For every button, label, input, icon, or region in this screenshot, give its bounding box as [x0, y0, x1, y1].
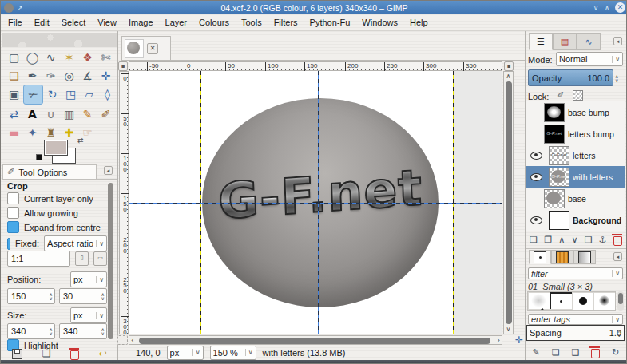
hscroll-thumb[interactable]	[139, 338, 490, 344]
new-layer-icon[interactable]: ❏	[530, 235, 538, 245]
edit-brush-icon[interactable]: ✎	[532, 347, 539, 358]
brush-small-selected[interactable]	[550, 292, 574, 311]
zoom-dropdown[interactable]: 150 % ∨	[210, 346, 256, 360]
aspect-ratio-input[interactable]: 1:1	[7, 251, 70, 267]
menu-windows[interactable]: Windows	[362, 18, 398, 27]
menu-tools[interactable]: Tools	[241, 18, 262, 27]
brush-calligraphy[interactable]	[528, 309, 551, 311]
spin-down-icon[interactable]: ∨	[101, 331, 105, 335]
spacing-spinner[interactable]: ∧ ∨	[617, 326, 621, 340]
tab-patterns[interactable]	[551, 250, 573, 264]
vscroll-thumb[interactable]	[506, 81, 512, 324]
flip-tool-icon[interactable]: ⇄	[5, 105, 23, 123]
heal-tool-icon[interactable]: ✚	[60, 123, 78, 141]
canvas-vscrollbar[interactable]: ∧ ∨	[503, 71, 514, 334]
menu-file[interactable]: File	[8, 18, 22, 27]
image-tab[interactable]: ✕	[121, 36, 171, 60]
visibility-eye-icon[interactable]	[530, 173, 542, 181]
zoom-tool-icon[interactable]: ◎	[60, 66, 78, 85]
opacity-spinner[interactable]: ∧ ∨	[615, 71, 618, 85]
bucket-fill-tool-icon[interactable]: ∪	[42, 105, 60, 123]
position-y-input[interactable]: 30 ∧∨	[59, 288, 107, 304]
brush-tags-input[interactable]: enter tags ∨	[528, 314, 623, 325]
text-tool-icon[interactable]: A	[23, 105, 42, 123]
select-by-colour-tool-icon[interactable]: ❖	[78, 48, 97, 66]
lower-layer-icon[interactable]: ∨	[571, 235, 577, 245]
unit-dropdown[interactable]: px ∨	[167, 346, 204, 360]
new-brush-icon[interactable]: ❏	[552, 347, 560, 358]
menu-layer[interactable]: Layer	[165, 18, 188, 27]
canvas-viewport[interactable]: G-F.net	[129, 71, 502, 334]
fixed-checkbox[interactable]	[7, 238, 10, 250]
zoom-image-button[interactable]: ▪	[504, 61, 514, 71]
position-unit-dropdown[interactable]: px ∨	[70, 271, 107, 287]
restore-tool-preset-icon[interactable]: ❏	[42, 348, 51, 359]
rotate-tool-icon[interactable]: ↻	[43, 85, 62, 103]
refresh-brushes-icon[interactable]: ↻	[612, 347, 619, 358]
landscape-orientation-button[interactable]: ▭	[93, 251, 107, 266]
menu-select[interactable]: Select	[62, 18, 86, 27]
spin-down-icon[interactable]: ∨	[101, 296, 105, 300]
minimize-button[interactable]: ∨	[590, 4, 601, 12]
canvas-hscrollbar[interactable]: ‹ ›	[129, 335, 502, 345]
lock-alpha-icon[interactable]	[573, 90, 583, 101]
size-unit-dropdown[interactable]: px ∨	[70, 307, 107, 323]
foreground-select-tool-icon[interactable]: ❏	[5, 66, 23, 85]
duplicate-layer-icon[interactable]: ❑	[585, 235, 593, 245]
layer-row-letters-bump[interactable]: G-F.net letters bump	[526, 123, 625, 145]
lock-paint-icon[interactable]: ✐	[557, 90, 564, 101]
tab-brushes[interactable]	[529, 250, 551, 264]
layer-row-base-bump[interactable]: base bump	[526, 101, 625, 124]
anchor-layer-icon[interactable]: ⚓	[599, 235, 607, 245]
scroll-up-icon[interactable]: ∧	[504, 73, 513, 80]
eraser-tool-icon[interactable]: ▬	[5, 123, 23, 141]
brush-spacing-slider[interactable]: Spacing 1.0	[526, 325, 625, 341]
maximize-button[interactable]: ∧	[601, 4, 613, 12]
tool-options-tab[interactable]: ✐ Tool Options	[2, 164, 97, 179]
brushes-dock-menu-button[interactable]: ◂	[613, 252, 622, 261]
brush-hard-circle[interactable]	[572, 292, 595, 311]
navigation-cross-icon[interactable]: ✛	[514, 334, 525, 346]
tool-options-menu-button[interactable]: ◂	[104, 166, 113, 175]
delete-brush-icon[interactable]	[591, 349, 600, 358]
allow-growing-checkbox[interactable]	[7, 207, 19, 219]
move-tool-icon[interactable]: ✛	[97, 66, 115, 85]
default-colours-icon[interactable]	[36, 154, 42, 160]
paths-tool-icon[interactable]: ✒	[23, 66, 42, 85]
save-tool-preset-icon[interactable]	[12, 349, 22, 359]
layer-row-letters[interactable]: G-F.net letters	[526, 144, 625, 167]
menu-colours[interactable]: Colours	[199, 18, 229, 27]
spin-down-icon[interactable]: ∨	[615, 78, 618, 82]
delete-tool-preset-icon[interactable]	[70, 350, 79, 360]
clone-tool-icon[interactable]: ♜	[42, 123, 60, 141]
brush-filter-input[interactable]: filter ∨	[528, 267, 623, 279]
layer-mode-dropdown[interactable]: Normal ∨	[556, 52, 623, 66]
brush-soft-circle[interactable]	[593, 292, 616, 311]
horizontal-guide[interactable]	[129, 203, 502, 204]
new-layer-group-icon[interactable]: ❐	[544, 235, 552, 245]
tab-paths[interactable]: ∿	[577, 33, 601, 50]
foreground-colour-swatch[interactable]	[44, 140, 68, 156]
scroll-right-icon[interactable]: ›	[497, 336, 500, 344]
perspective-tool-icon[interactable]: ◊	[98, 85, 117, 103]
rectangle-select-tool-icon[interactable]: ▢	[5, 48, 23, 66]
raise-layer-icon[interactable]: ∧	[558, 235, 565, 245]
brush-fuzzy-circle[interactable]	[528, 292, 551, 311]
layer-row-with-letters[interactable]: G-F.net with letters	[526, 166, 625, 188]
current-layer-only-checkbox[interactable]	[7, 192, 19, 204]
layer-row-base[interactable]: base	[526, 188, 625, 210]
free-select-tool-icon[interactable]: ∿	[42, 48, 60, 66]
measure-tool-icon[interactable]: ∡	[78, 66, 97, 85]
menu-image[interactable]: Image	[129, 18, 153, 27]
menu-filters[interactable]: Filters	[274, 18, 298, 27]
visibility-eye-icon[interactable]	[530, 216, 542, 224]
spin-down-icon[interactable]: ∨	[50, 296, 53, 300]
quick-mask-toggle[interactable]	[117, 335, 128, 345]
shear-tool-icon[interactable]: ▱	[80, 85, 98, 103]
align-tool-icon[interactable]: ▣	[5, 85, 23, 103]
swap-colours-icon[interactable]: ⇄	[77, 136, 84, 144]
position-x-input[interactable]: 150 ∧∨	[7, 288, 55, 304]
layers-dock-menu-button[interactable]: ◂	[613, 37, 622, 46]
tab-channels[interactable]: ▤	[553, 33, 577, 50]
image-tab-close-icon[interactable]: ✕	[147, 43, 158, 54]
